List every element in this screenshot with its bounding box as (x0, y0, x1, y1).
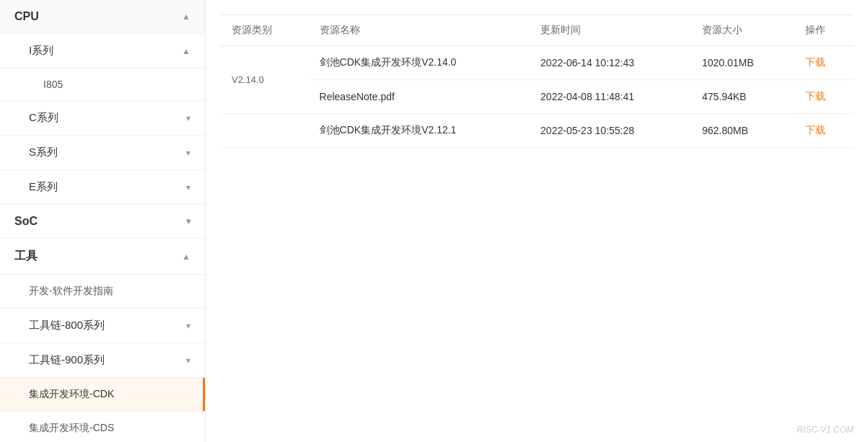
update-time-2: 2022-04-08 11:48:41 (529, 80, 691, 114)
sidebar-item-dev-guide-label: 开发-软件开发指南 (29, 285, 113, 298)
action-1[interactable]: 下载 (794, 46, 854, 80)
sidebar-item-ide-cdk[interactable]: 集成开发环境-CDK (0, 378, 205, 412)
sidebar-item-tools[interactable]: 工具 ▲ (0, 239, 205, 275)
sidebar-item-soc[interactable]: SoC ▾ (0, 205, 205, 239)
chevron-down-icon: ▾ (186, 113, 190, 123)
sidebar-item-toolchain-900-label: 工具链-900系列 (29, 353, 105, 367)
version-cell-v2-14: V2.14.0 (220, 46, 308, 114)
download-link-3[interactable]: 下载 (805, 124, 825, 136)
sidebar: CPU ▲ I系列 ▲ I805 C系列 ▾ S系列 ▾ E系列 ▾ SoC ▾… (0, 0, 206, 442)
chevron-up-icon: ▲ (182, 12, 190, 22)
resource-name-2: ReleaseNote.pdf (308, 80, 530, 114)
sidebar-item-toolchain-800[interactable]: 工具链-800系列 ▾ (0, 309, 205, 343)
sidebar-item-i-series[interactable]: I系列 ▲ (0, 34, 205, 68)
main-content: 资源类别 资源名称 更新时间 资源大小 操作 V2.14.0 剑池CDK集成开发… (206, 0, 868, 442)
watermark: RISC-V1.COM (797, 425, 854, 435)
chevron-down-icon: ▾ (186, 182, 190, 193)
sidebar-item-dev-guide[interactable]: 开发-软件开发指南 (0, 275, 205, 309)
sidebar-item-toolchain-900[interactable]: 工具链-900系列 ▾ (0, 343, 205, 378)
sidebar-item-i805[interactable]: I805 (0, 68, 205, 101)
resource-name-1: 剑池CDK集成开发环境V2.14.0 (308, 46, 530, 80)
download-link-2[interactable]: 下载 (805, 90, 825, 102)
sidebar-item-i-series-label: I系列 (29, 44, 53, 58)
sidebar-item-soc-label: SoC (14, 215, 38, 228)
table-row: ReleaseNote.pdf 2022-04-08 11:48:41 475.… (220, 80, 854, 114)
col-header-update-time: 更新时间 (529, 15, 691, 46)
sidebar-item-ide-cdk-label: 集成开发环境-CDK (29, 388, 114, 401)
download-link-1[interactable]: 下载 (805, 56, 825, 68)
sidebar-item-s-series-label: S系列 (29, 146, 58, 159)
update-time-1: 2022-06-14 10:12:43 (529, 46, 691, 80)
chevron-down-icon: ▾ (186, 321, 190, 331)
sidebar-item-s-series[interactable]: S系列 ▾ (0, 136, 205, 170)
size-1: 1020.01MB (691, 46, 794, 80)
sidebar-item-i805-label: I805 (43, 79, 63, 90)
table-row: V2.14.0 剑池CDK集成开发环境V2.14.0 2022-06-14 10… (220, 46, 854, 80)
action-2[interactable]: 下载 (794, 80, 854, 114)
sidebar-item-tools-label: 工具 (14, 249, 38, 264)
sidebar-item-cpu[interactable]: CPU ▲ (0, 0, 205, 34)
action-3[interactable]: 下载 (794, 114, 854, 148)
chevron-down-icon: ▾ (186, 355, 190, 366)
update-time-3: 2022-05-23 10:55:28 (529, 114, 691, 148)
sidebar-item-toolchain-800-label: 工具链-800系列 (29, 319, 105, 332)
version-cell-v2-12 (220, 114, 308, 148)
sidebar-item-e-series-label: E系列 (29, 180, 58, 194)
chevron-down-icon: ▾ (186, 148, 190, 158)
resource-name-3: 剑池CDK集成开发环境V2.12.1 (308, 114, 530, 148)
chevron-down-icon: ▾ (186, 216, 190, 226)
sidebar-item-cpu-label: CPU (14, 10, 39, 23)
sidebar-item-c-series-label: C系列 (29, 111, 58, 125)
sidebar-item-e-series[interactable]: E系列 ▾ (0, 170, 205, 205)
col-header-name: 资源名称 (308, 15, 530, 46)
chevron-up-icon: ▲ (182, 46, 190, 56)
sidebar-item-ide-cds[interactable]: 集成开发环境-CDS (0, 412, 205, 442)
table-row: 剑池CDK集成开发环境V2.12.1 2022-05-23 10:55:28 9… (220, 114, 854, 148)
sidebar-item-c-series[interactable]: C系列 ▾ (0, 101, 205, 136)
size-3: 962.80MB (691, 114, 794, 148)
chevron-up-icon: ▲ (182, 252, 190, 262)
sidebar-item-ide-cds-label: 集成开发环境-CDS (29, 422, 114, 435)
size-2: 475.94KB (691, 80, 794, 114)
col-header-category: 资源类别 (220, 15, 308, 46)
resource-table: 资源类别 资源名称 更新时间 资源大小 操作 V2.14.0 剑池CDK集成开发… (220, 14, 854, 148)
col-header-size: 资源大小 (691, 15, 794, 46)
col-header-action: 操作 (794, 15, 854, 46)
